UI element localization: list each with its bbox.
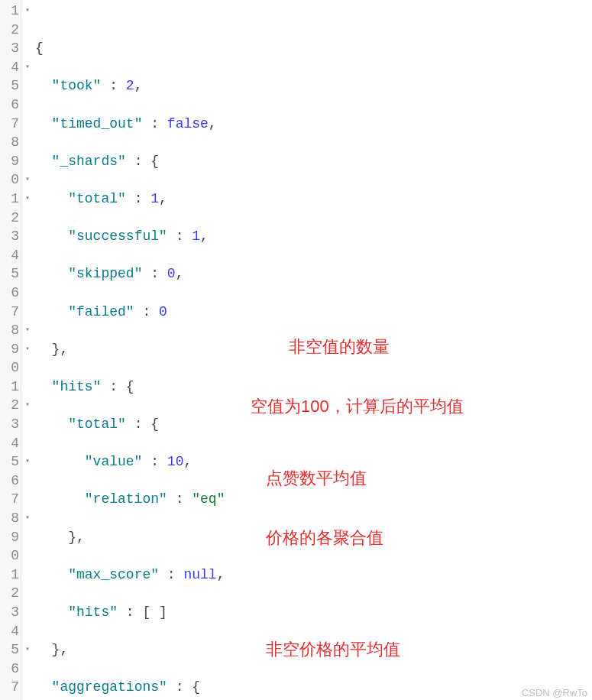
- code-line: "took" : 2,: [35, 76, 592, 96]
- line-number: 4: [0, 434, 21, 453]
- line-number: 4: [0, 622, 21, 641]
- line-number: 6: [0, 659, 21, 679]
- code-line: "failed" : 0: [35, 303, 592, 322]
- code-line: "_shards" : {: [35, 152, 592, 171]
- code-line: "max_score" : null,: [35, 566, 592, 585]
- code-line: "relation" : "eq": [35, 490, 592, 509]
- line-number: 0: [0, 358, 21, 378]
- code-area[interactable]: { "took" : 2, "timed_out" : false, "_sha…: [21, 0, 592, 700]
- line-number: 9: [0, 528, 21, 547]
- line-number: 1: [0, 190, 21, 209]
- code-editor[interactable]: 1234567890123456789012345678901234567 { …: [0, 0, 592, 700]
- code-line: "skipped" : 0,: [35, 264, 592, 284]
- line-number: 2: [0, 209, 21, 228]
- line-number: 5: [0, 452, 21, 472]
- line-number: 3: [0, 227, 21, 246]
- line-number: 3: [0, 415, 21, 434]
- code-line: },: [35, 640, 592, 659]
- line-number: 1: [0, 378, 21, 397]
- line-number: 8: [0, 509, 21, 528]
- code-line: "total" : {: [35, 415, 592, 434]
- code-line: "hits" : [ ]: [35, 603, 592, 622]
- line-number: 8: [0, 133, 21, 152]
- line-number: 5: [0, 76, 21, 96]
- line-number: 9: [0, 340, 21, 359]
- line-number: 6: [0, 472, 21, 491]
- line-number: 5: [0, 264, 21, 284]
- line-number: 3: [0, 39, 21, 58]
- line-number: 7: [0, 678, 21, 697]
- code-line: "total" : 1,: [35, 190, 592, 209]
- code-line: "timed_out" : false,: [35, 115, 592, 134]
- annotation: 空值为100，计算后的平均值: [251, 397, 464, 416]
- line-number: 4: [0, 58, 21, 77]
- line-number: 2: [0, 584, 21, 603]
- line-number: 7: [0, 490, 21, 509]
- code-line: {: [35, 39, 592, 58]
- line-number: 7: [0, 115, 21, 134]
- line-number: 0: [0, 170, 21, 190]
- watermark: CSDN @RwTo: [522, 687, 587, 698]
- line-number: 0: [0, 546, 21, 566]
- line-number: 1: [0, 566, 21, 585]
- line-number: 4: [0, 246, 21, 265]
- line-number: 5: [0, 640, 21, 659]
- code-line: "hits" : {: [35, 378, 592, 397]
- code-line: },: [35, 528, 592, 547]
- code-line: "aggregations" : {: [35, 678, 592, 697]
- line-number: 2: [0, 21, 21, 40]
- line-number: 7: [0, 303, 21, 322]
- line-number: 8: [0, 321, 21, 340]
- line-number: 1: [0, 2, 21, 21]
- code-line: },: [35, 340, 592, 359]
- line-number: 2: [0, 396, 21, 415]
- line-number: 9: [0, 152, 21, 171]
- line-number: 3: [0, 603, 21, 622]
- line-number: 6: [0, 284, 21, 303]
- line-number: 6: [0, 96, 21, 115]
- line-number-gutter: 1234567890123456789012345678901234567: [0, 0, 21, 700]
- code-line: "successful" : 1,: [35, 227, 592, 246]
- code-line: "value" : 10,: [35, 452, 592, 472]
- annotation: 点赞数平均值: [266, 469, 367, 488]
